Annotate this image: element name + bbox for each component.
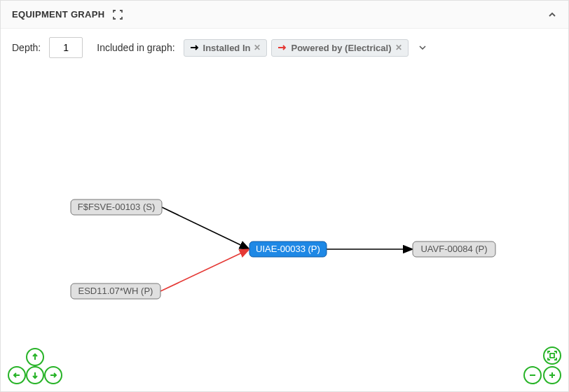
svg-line-0: [162, 207, 249, 249]
included-label: Included in graph:: [97, 42, 174, 53]
close-icon[interactable]: ✕: [395, 43, 402, 52]
fit-button[interactable]: [543, 346, 561, 365]
depth-input[interactable]: [49, 37, 83, 58]
close-icon[interactable]: ✕: [254, 43, 261, 52]
pan-left-button[interactable]: [8, 366, 26, 384]
graph-node[interactable]: UIAE-00033 (P): [249, 241, 327, 257]
svg-rect-7: [550, 354, 554, 358]
arrow-icon: [277, 44, 287, 51]
tag-powered-by[interactable]: Powered by (Electrical) ✕: [271, 39, 408, 57]
graph-node[interactable]: F$FSVE-00103 (S): [71, 200, 162, 215]
zoom-in-button[interactable]: [543, 366, 561, 384]
pan-controls: [8, 348, 62, 384]
depth-label: Depth:: [12, 42, 41, 53]
pan-up-button[interactable]: [26, 348, 44, 366]
tag-label: Installed In: [203, 43, 251, 53]
collapse-icon[interactable]: [547, 10, 557, 20]
node-label: ESD11.07*WH (P): [78, 286, 153, 296]
zoom-controls: [523, 346, 561, 384]
node-label: UIAE-00033 (P): [256, 244, 320, 254]
add-filter-dropdown[interactable]: [413, 38, 432, 57]
graph-toolbar: Depth: Included in graph: Installed In ✕…: [1, 29, 568, 66]
node-label: UAVF-00084 (P): [420, 244, 487, 254]
graph-svg: F$FSVE-00103 (S)ESD11.07*WH (P)UIAE-0003…: [1, 66, 568, 391]
panel-title: EQUIPMENT GRAPH: [12, 9, 104, 20]
node-label: F$FSVE-00103 (S): [78, 202, 156, 212]
graph-node[interactable]: ESD11.07*WH (P): [71, 284, 160, 299]
arrow-icon: [190, 44, 200, 51]
graph-node[interactable]: UAVF-00084 (P): [413, 241, 495, 257]
svg-line-1: [160, 249, 249, 291]
equipment-graph-panel: EQUIPMENT GRAPH Depth: Included in graph…: [0, 0, 569, 392]
panel-header: EQUIPMENT GRAPH: [1, 1, 568, 29]
pan-right-button[interactable]: [44, 366, 62, 384]
tag-label: Powered by (Electrical): [291, 43, 391, 53]
zoom-out-button[interactable]: [523, 366, 542, 384]
tag-installed-in[interactable]: Installed In ✕: [184, 39, 268, 57]
graph-canvas[interactable]: F$FSVE-00103 (S)ESD11.07*WH (P)UIAE-0003…: [1, 66, 568, 391]
fullscreen-icon[interactable]: [113, 10, 123, 20]
pan-down-button[interactable]: [26, 366, 44, 384]
included-tags: Installed In ✕ Powered by (Electrical) ✕: [184, 38, 432, 57]
